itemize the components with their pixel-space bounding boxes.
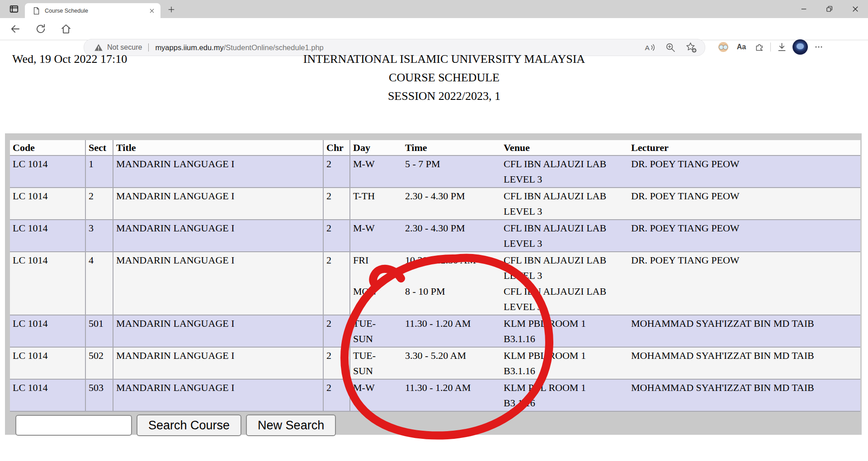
cell-venue: CFL IBN ALJAUZI LABLEVEL 3 [501,283,628,315]
table-row: LC 10143MANDARIN LANGUAGE I2M-W2.30 - 4.… [10,220,860,252]
tab-close-icon[interactable] [146,5,158,17]
browser-window: Course Schedule [0,0,868,461]
cell-time: 8 - 10 PM [402,283,501,315]
cell-sessions: M-W11.30 - 1.20 AMKLM PBL ROOM 1B3.1.16 [350,380,628,411]
column-header-title: Title [113,140,324,155]
cell-sect: 3 [86,220,113,251]
cell-venue: KLM PBL ROOM 1B3.1.16 [501,348,628,379]
column-header-chr: Chr [324,140,350,155]
column-header-day: Day [350,140,402,155]
schedule-panel: CodeSectTitleChrDayTimeVenueLecturer LC … [5,133,862,435]
cell-sect: 502 [86,348,113,379]
course-search-form: Search Course New Search [15,414,336,436]
table-row: LC 10141MANDARIN LANGUAGE I2M-W5 - 7 PMC… [10,156,860,188]
table-body: LC 10141MANDARIN LANGUAGE I2M-W5 - 7 PMC… [10,156,860,412]
table-row: LC 10142MANDARIN LANGUAGE I2T-TH2.30 - 4… [10,188,860,220]
cell-lecturer: DR. POEY TIANG PEOW [628,188,860,219]
cell-day: MON [350,283,402,315]
cell-day: M-W [350,220,402,251]
page-title-block: INTERNATIONAL ISLAMIC UNIVERSITY MALAYSI… [0,50,868,105]
table-row: LC 1014502MANDARIN LANGUAGE I2TUE-SUN3.3… [10,348,860,380]
cell-chr: 2 [324,380,350,411]
cell-lecturer: DR. POEY TIANG PEOW [628,156,860,187]
cell-sect: 503 [86,380,113,411]
cell-code: LC 1014 [10,220,86,251]
page-favicon-icon [32,7,40,15]
cell-lecturer: MOHAMMAD SYAH'IZZAT BIN MD TAIB [628,348,860,379]
cell-venue: KLM PBL ROOM 1B3.1.16 [501,315,628,347]
column-header-venue: Venue [501,140,628,155]
tab-title: Course Schedule [45,8,146,14]
cell-sessions: M-W2.30 - 4.30 PMCFL IBN ALJAUZI LABLEVE… [350,220,628,251]
restore-button[interactable] [816,0,842,18]
cell-sessions: TUE-SUN3.30 - 5.20 AMKLM PBL ROOM 1B3.1.… [350,348,628,379]
session-row: M-W5 - 7 PMCFL IBN ALJAUZI LABLEVEL 3 [350,156,628,187]
cell-lecturer: DR. POEY TIANG PEOW [628,220,860,251]
column-header-time: Time [402,140,501,155]
back-button[interactable] [6,20,24,38]
cell-chr: 2 [324,348,350,379]
cell-time: 10.30 - 12.30 AM [402,252,501,283]
cell-sessions: TUE-SUN11.30 - 1.20 AMKLM PBL ROOM 1B3.1… [350,315,628,347]
cell-code: LC 1014 [10,380,86,411]
table-row: LC 1014501MANDARIN LANGUAGE I2TUE-SUN11.… [10,315,860,348]
cell-title: MANDARIN LANGUAGE I [113,315,324,347]
column-header-sect: Sect [86,140,113,155]
cell-chr: 2 [324,188,350,219]
column-header-lecturer: Lecturer [628,140,860,155]
minimize-button[interactable] [791,0,816,18]
new-tab-button[interactable] [164,3,179,16]
cell-sessions: M-W5 - 7 PMCFL IBN ALJAUZI LABLEVEL 3 [350,156,628,187]
cell-title: MANDARIN LANGUAGE I [113,348,324,379]
new-search-button[interactable]: New Search [246,414,336,436]
cell-code: LC 1014 [10,156,86,187]
cell-time: 11.30 - 1.20 AM [402,380,501,411]
cell-time: 11.30 - 1.20 AM [402,315,501,347]
session-row: T-TH2.30 - 4.30 PMCFL IBN ALJAUZI LABLEV… [350,188,628,219]
session-row: TUE-SUN11.30 - 1.20 AMKLM PBL ROOM 1B3.1… [350,315,628,347]
cell-code: LC 1014 [10,315,86,347]
cell-day: M-W [350,156,402,187]
university-title: INTERNATIONAL ISLAMIC UNIVERSITY MALAYSI… [20,50,868,68]
cell-title: MANDARIN LANGUAGE I [113,156,324,187]
home-button[interactable] [57,20,75,38]
cell-venue: KLM PBL ROOM 1B3.1.16 [501,380,628,411]
cell-code: LC 1014 [10,348,86,379]
cell-code: LC 1014 [10,188,86,219]
cell-code: LC 1014 [10,252,86,315]
cell-time: 3.30 - 5.20 AM [402,348,501,379]
cell-title: MANDARIN LANGUAGE I [113,380,324,411]
cell-sessions: T-TH2.30 - 4.30 PMCFL IBN ALJAUZI LABLEV… [350,188,628,219]
session-row: M-W2.30 - 4.30 PMCFL IBN ALJAUZI LABLEVE… [350,220,628,251]
cell-time: 2.30 - 4.30 PM [402,220,501,251]
search-input[interactable] [15,415,132,436]
session-subtitle: SESSION 2022/2023, 1 [20,87,868,105]
cell-venue: CFL IBN ALJAUZI LABLEVEL 3 [501,220,628,251]
session-row: MON8 - 10 PMCFL IBN ALJAUZI LABLEVEL 3 [350,283,628,315]
table-row: LC 1014503MANDARIN LANGUAGE I2M-W11.30 -… [10,380,860,412]
close-window-button[interactable] [842,0,868,18]
cell-day: TUE-SUN [350,315,402,347]
cell-chr: 2 [324,252,350,315]
cell-day: T-TH [350,188,402,219]
table-row: LC 10144MANDARIN LANGUAGE I2FRI10.30 - 1… [10,252,860,315]
cell-time: 2.30 - 4.30 PM [402,188,501,219]
browser-tab-course-schedule[interactable]: Course Schedule [25,3,160,18]
cell-time: 5 - 7 PM [402,156,501,187]
cell-sect: 4 [86,252,113,315]
session-row: M-W11.30 - 1.20 AMKLM PBL ROOM 1B3.1.16 [350,380,628,411]
cell-sect: 501 [86,315,113,347]
refresh-button[interactable] [32,20,50,38]
cell-title: MANDARIN LANGUAGE I [113,252,324,315]
column-header-code: Code [10,140,86,155]
course-schedule-table: CodeSectTitleChrDayTimeVenueLecturer LC … [10,140,860,412]
tab-actions-menu-icon[interactable] [5,2,24,16]
browser-toolbar: Not secure myapps.iium.edu.my/StudentOnl… [0,18,868,40]
cell-day: TUE-SUN [350,348,402,379]
cell-chr: 2 [324,220,350,251]
cell-day: M-W [350,380,402,411]
cell-lecturer: MOHAMMAD SYAH'IZZAT BIN MD TAIB [628,315,860,347]
session-row: TUE-SUN3.30 - 5.20 AMKLM PBL ROOM 1B3.1.… [350,348,628,379]
search-course-button[interactable]: Search Course [137,414,241,436]
cell-venue: CFL IBN ALJAUZI LABLEVEL 3 [501,252,628,283]
